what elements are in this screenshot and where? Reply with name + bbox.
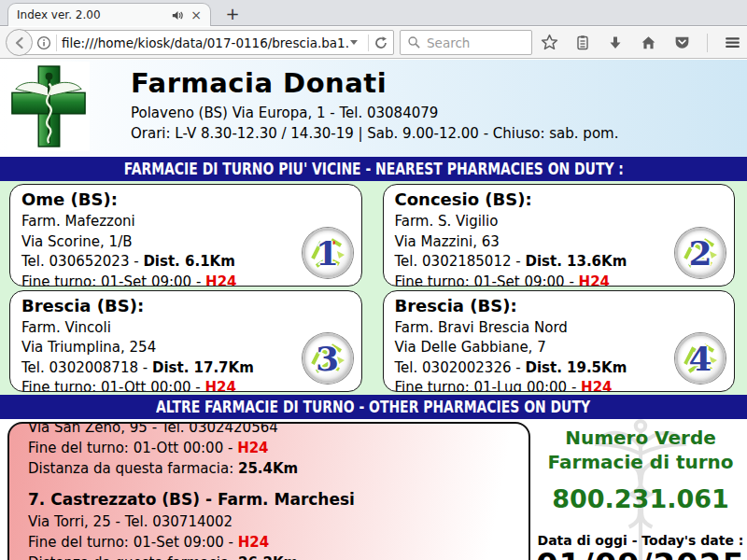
pharmacy-shift: Fine turno: 01-Set 09:00 - H24 [395,273,724,287]
pharmacy-number-badge: 2 [675,228,726,278]
pharmacy-distance: Dist. 13.6Km [525,253,627,270]
pharmacy-hours: Orari: L-V 8.30-12.30 / 14.30-19 | Sab. … [131,125,618,142]
pharmacy-city: Brescia (BS): [395,294,724,318]
pharmacy-distance: Dist. 19.5Km [525,359,627,376]
search-input[interactable] [427,35,525,50]
pharmacy-tel-dist: Tel. 0302002326 - Dist. 19.5Km [395,358,724,379]
info-icon[interactable] [36,35,51,50]
pharmacy-tel: Tel. 030652023 - [21,253,143,270]
pharmacy-distance: Dist. 6.1Km [143,253,234,270]
urlbar-divider [368,35,369,51]
pharmacy-name: Farm. Bravi Brescia Nord [395,318,724,339]
menu-hamburger-icon[interactable] [724,34,741,51]
tab-close-icon[interactable]: × [190,8,202,21]
pharmacy-cross-logo [7,62,90,151]
back-button[interactable] [6,29,33,56]
pharmacy-street: Via Mazzini, 63 [395,232,724,253]
pharmacy-number: 2 [678,231,723,275]
other-pharmacy-distance: 25.4Km [238,460,298,477]
pharmacy-number: 4 [678,336,723,381]
tab-title: Index ver. 2.00 [17,8,172,21]
pharmacy-tel: Tel. 0302002326 - [395,359,526,376]
pharmacy-h24-badge: H24 [579,273,610,287]
today-date: 01/09/2025 [534,548,747,560]
pharmacy-street: Via Triumplina, 254 [21,338,350,358]
url-bar[interactable] [20,30,394,55]
other-pharmacy-street: Via Torri, 25 - Tel. 030714002 [28,511,529,532]
other-pharmacy-shift-text: Fine del turno: 01-Set 09:00 - [28,534,238,551]
page-title: Farmacia Donati [131,67,387,99]
pharmacy-street: Via Delle Gabbiane, 7 [395,338,724,358]
reload-icon[interactable] [374,35,388,50]
pharmacy-shift-text: Fine turno: 01-Set 09:00 - [21,273,205,287]
urlbar-divider [56,35,57,51]
browser-window: Index ver. 2.00 × + [0,0,747,560]
bookmarks-menu-icon[interactable] [574,35,591,51]
other-pharmacy-h24-badge: H24 [238,534,269,551]
other-pharmacies-panel: Via San Zeno, 95 - Tel. 0302420564 Fine … [7,422,530,560]
info-column: Numero Verde Farmacie di turno 800.231.0… [534,419,747,560]
other-pharmacy-shift-text: Fine del turno: 01-Ott 00:00 - [28,440,237,456]
pharmacy-h24-badge: H24 [581,379,612,392]
search-bar[interactable] [400,30,532,55]
toll-free-number: 800.231.061 [534,484,747,513]
toll-free-label-line2: Farmacie di turno [534,450,747,474]
pharmacy-tel-dist: Tel. 0302185012 - Dist. 13.6Km [395,252,724,273]
other-pharmacies-list: Via San Zeno, 95 - Tel. 0302420564 Fine … [9,422,529,560]
nearest-pharmacies-grid: Ome (BS): Farm. Mafezzoni Via Scorine, 1… [0,181,747,395]
speaker-icon[interactable] [172,9,184,21]
other-pharmacy-distance: 26.2Km [238,554,298,560]
other-pharmacy-distance-label: Distanza da questa farmacia: [28,554,238,560]
pharmacy-street: Via Scorine, 1/B [21,232,350,253]
toolbar-divider [707,34,708,52]
bookmark-star-icon[interactable] [541,34,558,51]
pharmacy-card-3: Brescia (BS): Farm. Vincoli Via Triumpli… [9,290,362,393]
home-icon[interactable] [640,34,657,51]
pharmacy-h24-badge: H24 [205,273,236,287]
nearest-pharmacies-banner: FARMACIE DI TURNO PIU' VICINE - NEAREST … [0,157,747,181]
pocket-icon[interactable] [673,34,691,51]
pharmacy-tel-dist: Tel. 030652023 - Dist. 6.1Km [21,252,350,273]
pharmacy-card-4: Brescia (BS): Farm. Bravi Brescia Nord V… [383,290,736,393]
other-pharmacy-title: 7. Castrezzato (BS) - Farm. Marchesi [28,487,529,511]
toll-free-label-line1: Numero Verde [534,426,747,450]
pharmacy-shift: Fine turno: 01-Ott 00:00 - H24 [21,378,350,392]
search-icon [407,35,421,49]
pharmacy-name: Farm. S. Vigilio [395,212,724,232]
browser-tab[interactable]: Index ver. 2.00 × [7,3,211,26]
pharmacy-city: Concesio (BS): [395,188,724,212]
pharmacy-h24-badge: H24 [204,379,235,392]
pharmacy-distance: Dist. 17.7Km [152,359,254,376]
pharmacy-card-1: Ome (BS): Farm. Mafezzoni Via Scorine, 1… [9,184,362,287]
pharmacy-city: Ome (BS): [21,188,350,212]
pharmacy-card-2: Concesio (BS): Farm. S. Vigilio Via Mazz… [383,184,736,287]
other-pharmacy-shift: Fine del turno: 01-Ott 00:00 - H24 [28,438,529,458]
pharmacy-number-badge: 3 [303,333,353,384]
pharmacy-tel-dist: Tel. 0302008718 - Dist. 17.7Km [21,358,350,379]
pharmacy-number-badge: 1 [303,228,353,278]
pharmacy-tel: Tel. 0302185012 - [395,253,526,270]
pharmacy-number-badge: 4 [675,333,726,384]
navigation-toolbar [0,27,747,59]
other-pharmacy-shift: Fine del turno: 01-Set 09:00 - H24 [28,532,529,553]
pharmacy-tel: Tel. 0302008718 - [21,359,152,376]
page-content: Farmacia Donati Polaveno (BS) Via Europa… [0,60,747,560]
other-pharmacy-street: Via San Zeno, 95 - Tel. 0302420564 [28,422,529,438]
other-pharmacy-distance-line: Distanza da questa farmacia: 26.2Km [28,553,529,560]
pharmacy-header: Farmacia Donati Polaveno (BS) Via Europa… [0,60,747,157]
pharmacy-shift: Fine turno: 01-Lug 00:00 - H24 [395,378,724,392]
pharmacy-shift-text: Fine turno: 01-Ott 00:00 - [21,379,204,392]
other-pharmacy-h24-badge: H24 [237,440,268,456]
chevron-down-icon[interactable] [350,40,358,45]
url-input[interactable] [62,35,348,50]
pharmacy-shift: Fine turno: 01-Set 09:00 - H24 [21,273,350,287]
pharmacy-shift-text: Fine turno: 01-Lug 00:00 - [395,379,582,392]
other-pharmacies-banner-text: ALTRE FARMACIE DI TURNO - OTHER PHARMACI… [157,395,591,419]
pharmacy-city: Brescia (BS): [21,294,350,318]
pharmacy-number: 1 [305,231,350,275]
pharmacy-address: Polaveno (BS) Via Europa, 1 - Tel. 03084… [131,105,438,121]
new-tab-button[interactable]: + [218,4,247,25]
downloads-icon[interactable] [607,35,624,51]
bottom-section: Via San Zeno, 95 - Tel. 0302420564 Fine … [0,419,747,560]
pharmacy-number: 3 [305,336,350,381]
